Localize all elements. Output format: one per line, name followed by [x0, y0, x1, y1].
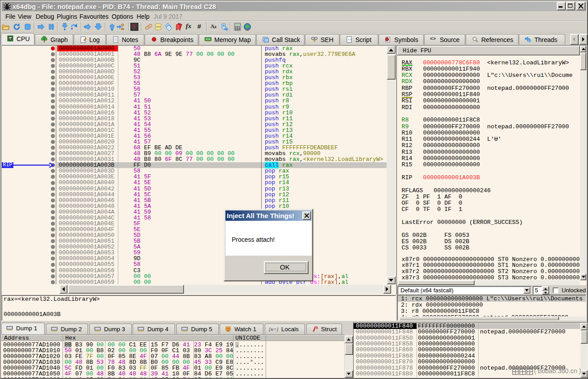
- svg-text:<>: <>: [348, 38, 351, 42]
- svg-text:64: 64: [9, 38, 12, 40]
